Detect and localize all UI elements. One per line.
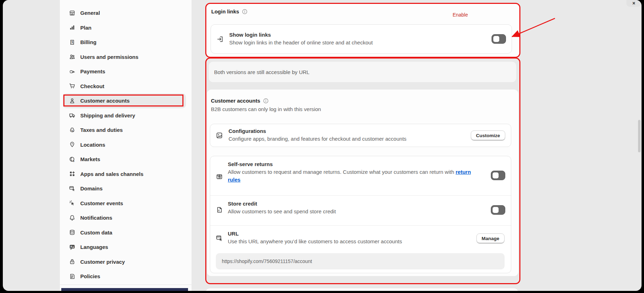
sidebar-item-label: Customer accounts (80, 98, 130, 104)
settings-sidebar: GeneralPlan$BillingUsers and permissions… (60, 0, 192, 291)
svg-text:A: A (70, 245, 73, 248)
sidebar-item-label: Shipping and delivery (80, 112, 135, 118)
url-row: URL Use this URL anywhere you’d like cus… (210, 225, 511, 273)
sidebar-item-notifications[interactable]: Notifications (63, 210, 186, 225)
sidebar-item-domains[interactable]: Domains (63, 181, 186, 196)
svg-text:a: a (73, 246, 74, 248)
url-description: Use this URL anywhere you’d like custome… (228, 238, 402, 245)
self-serve-returns-toggle[interactable] (491, 171, 505, 180)
sidebar-item-label: Policies (80, 273, 100, 279)
customer-accounts-title: Customer accounts (211, 98, 260, 104)
store-credit-toggle[interactable] (491, 205, 505, 215)
customer-accounts-subtitle: B2B customers can only log in with this … (211, 106, 321, 112)
show-login-links-description: Show login links in the header of online… (229, 39, 373, 47)
sidebar-item-policies[interactable]: Policies (63, 269, 186, 284)
plan-icon (69, 24, 75, 31)
sidebar-item-markets[interactable]: $Markets (63, 152, 186, 167)
sidebar-item-label: Payments (80, 68, 105, 74)
policies-icon (69, 273, 75, 280)
toggle-knob (493, 172, 499, 178)
sidebar-item-customer-events[interactable]: Customer events (63, 196, 186, 211)
customize-button[interactable]: Customize (471, 130, 505, 141)
toggle-knob (493, 36, 499, 42)
location-icon (69, 141, 75, 148)
sidebar-item-checkout[interactable]: Checkout (63, 79, 186, 94)
configurations-row: Configurations Configure apps, branding,… (210, 124, 511, 147)
url-title: URL (228, 231, 402, 237)
person-icon (69, 98, 75, 104)
close-icon: × (632, 0, 635, 6)
manage-button[interactable]: Manage (476, 233, 505, 244)
store-credit-title: Store credit (228, 201, 336, 207)
sidebar-item-label: Customer events (80, 200, 123, 206)
sidebar-item-custom-data[interactable]: Custom data (63, 225, 186, 240)
sidebar-item-label: Apps and sales channels (80, 171, 143, 177)
self-serve-returns-title: Self-serve returns (228, 161, 481, 167)
sidebar-item-label: Taxes and duties (80, 127, 123, 133)
sidebar-item-label: Custom data (80, 230, 112, 236)
svg-text:c: c (218, 209, 220, 212)
sidebar-item-apps-and-sales-channels[interactable]: Apps and sales channels (63, 167, 186, 182)
self-serve-returns-description: Allow customers to request and manage re… (228, 168, 481, 184)
lock-icon (69, 258, 75, 265)
info-icon[interactable] (263, 98, 269, 104)
customer-accounts-card: Customer accounts B2B customers can only… (207, 90, 518, 276)
sidebar-item-billing[interactable]: $Billing (63, 35, 186, 50)
login-icon (217, 36, 224, 43)
sidebar-item-label: Users and permissions (80, 54, 138, 60)
domains-icon (69, 185, 75, 192)
sidebar-item-label: Markets (80, 156, 100, 162)
next-section-peek (206, 288, 518, 291)
url-access-banner: Both versions are still accessible by UR… (209, 62, 516, 82)
customer-accounts-section: Both versions are still accessible by UR… (205, 57, 520, 284)
info-icon[interactable] (242, 9, 248, 14)
close-button[interactable]: × (626, 0, 641, 7)
show-login-links-title: Show login links (229, 32, 373, 38)
sidebar-item-plan[interactable]: Plan (63, 20, 186, 35)
sidebar-item-general[interactable]: General (63, 6, 186, 20)
sidebar-item-label: Plan (80, 25, 92, 31)
returns-icon (216, 173, 223, 180)
show-login-links-toggle[interactable] (492, 34, 506, 44)
self-serve-returns-row: Self-serve returns Allow customers to re… (210, 156, 511, 195)
sidebar-item-locations[interactable]: Locations (63, 138, 186, 152)
account-url-field[interactable] (216, 253, 505, 269)
sidebar-item-label: Domains (80, 185, 102, 191)
sidebar-item-payments[interactable]: Payments (63, 64, 186, 79)
users-icon (69, 54, 75, 60)
shipping-icon (69, 112, 75, 118)
store-credit-icon: c (216, 206, 223, 213)
markets-icon: $ (69, 156, 75, 163)
checkout-icon (69, 83, 75, 89)
sidebar-item-users-and-permissions[interactable]: Users and permissions (63, 50, 186, 65)
banner-text: Both versions are still accessible by UR… (214, 69, 310, 75)
settings-content: Login links Enable Show login links Show… (205, 0, 520, 291)
sidebar-item-label: Locations (80, 142, 105, 148)
store-icon (69, 10, 75, 16)
bell-icon (69, 215, 75, 221)
sidebar-item-label: Checkout (80, 83, 104, 89)
apps-icon (69, 171, 75, 177)
sidebar-item-customer-privacy[interactable]: Customer privacy (63, 255, 186, 269)
configurations-title: Configurations (229, 128, 406, 134)
svg-text:$: $ (73, 159, 74, 163)
sidebar-item-label: Notifications (80, 215, 112, 221)
url-icon (216, 235, 223, 242)
bottom-dark-bar (61, 288, 188, 291)
events-icon (69, 200, 75, 206)
sidebar-divider (60, 285, 192, 285)
settings-nav: GeneralPlan$BillingUsers and permissions… (60, 0, 192, 284)
sidebar-item-label: Languages (80, 244, 108, 250)
scrollbar-thumb[interactable] (638, 120, 640, 152)
sidebar-item-shipping-and-delivery[interactable]: Shipping and delivery (63, 108, 186, 123)
languages-icon: Aa (69, 244, 75, 250)
configurations-icon (216, 132, 223, 139)
payments-icon (69, 68, 75, 75)
sidebar-item-customer-accounts[interactable]: Customer accounts (63, 93, 186, 108)
svg-text:$: $ (71, 40, 73, 44)
sidebar-item-label: Billing (80, 39, 96, 45)
sidebar-item-taxes-and-duties[interactable]: %Taxes and duties (63, 123, 186, 138)
configurations-description: Configure apps, branding, and features f… (229, 135, 406, 143)
show-login-links-row: Show login links Show login links in the… (211, 24, 512, 54)
sidebar-item-languages[interactable]: AaLanguages (63, 240, 186, 255)
